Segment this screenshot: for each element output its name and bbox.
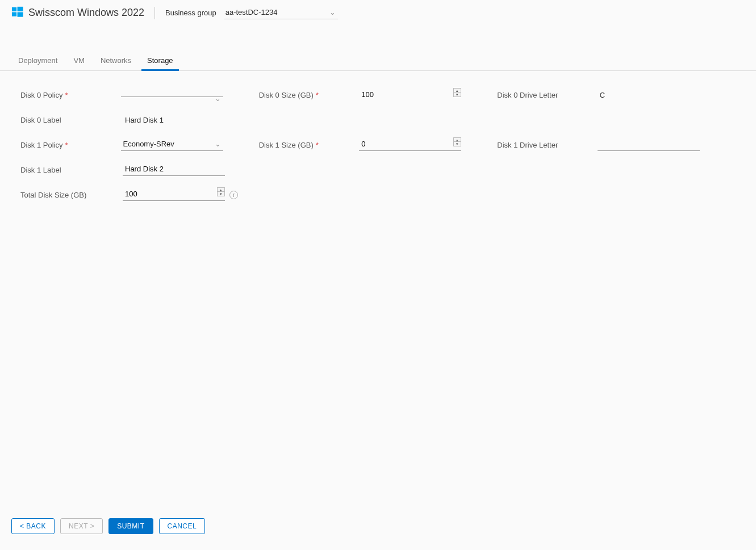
disk0-drive-letter-label: Disk 0 Drive Letter	[497, 91, 558, 99]
cancel-button[interactable]: CANCEL	[159, 518, 206, 534]
disk0-policy-select[interactable]: ⌄	[121, 93, 223, 97]
tab-vm[interactable]: VM	[65, 51, 93, 70]
disk1-policy-label: Disk 1 Policy	[20, 141, 62, 149]
disk1-size-label: Disk 1 Size (GB)	[259, 141, 314, 149]
svg-rect-3	[18, 12, 23, 16]
disk1-size-stepper[interactable]: ▴▾	[359, 138, 461, 151]
info-icon[interactable]: i	[229, 191, 238, 199]
disk1-size-input[interactable]	[359, 138, 461, 150]
divider	[154, 7, 155, 19]
required-marker: *	[316, 141, 319, 149]
disk1-policy-select[interactable]: Economy-SRev ⌄	[121, 138, 223, 151]
total-disk-size-stepper[interactable]: ▴▾	[123, 188, 225, 201]
disk0-size-label: Disk 0 Size (GB)	[259, 91, 314, 99]
required-marker: *	[316, 91, 319, 99]
business-group-select[interactable]: aa-testDC-1234 ⌄	[224, 7, 338, 19]
disk0-drive-letter-value: C	[598, 91, 605, 99]
spinner-down-icon[interactable]: ▾	[218, 192, 224, 196]
next-button[interactable]: NEXT >	[60, 518, 103, 534]
svg-rect-2	[12, 12, 16, 16]
tab-deployment[interactable]: Deployment	[10, 51, 65, 70]
disk1-drive-letter-label: Disk 1 Drive Letter	[497, 141, 558, 149]
tab-storage[interactable]: Storage	[139, 51, 181, 70]
spinner-icon[interactable]: ▴▾	[453, 137, 461, 146]
total-disk-size-input[interactable]	[123, 188, 225, 200]
disk1-policy-value: Economy-SRev	[121, 138, 223, 151]
storage-form: Disk 0 Policy* ⌄ Disk 0 Size (GB)* ▴▾ Di…	[0, 71, 756, 219]
chevron-down-icon: ⌄	[329, 8, 336, 16]
required-marker: *	[65, 91, 68, 99]
disk0-label-label: Disk 0 Label	[20, 116, 61, 124]
spinner-up-icon[interactable]: ▴	[454, 138, 461, 142]
windows-icon	[11, 6, 28, 20]
required-marker: *	[65, 141, 68, 149]
spinner-down-icon[interactable]: ▾	[454, 142, 461, 146]
business-group-label: Business group	[165, 9, 216, 17]
spinner-icon[interactable]: ▴▾	[453, 88, 461, 97]
disk0-size-input[interactable]	[359, 89, 461, 101]
disk0-label-value: Hard Disk 1	[123, 116, 164, 124]
spinner-down-icon[interactable]: ▾	[454, 93, 461, 96]
disk0-policy-label: Disk 0 Policy	[20, 91, 62, 99]
svg-rect-0	[12, 7, 16, 11]
spinner-icon[interactable]: ▴▾	[217, 187, 225, 196]
spinner-up-icon[interactable]: ▴	[454, 89, 461, 93]
tab-bar: Deployment VM Networks Storage	[0, 51, 756, 71]
total-disk-size-label: Total Disk Size (GB)	[20, 191, 86, 199]
wizard-footer: < BACK NEXT > SUBMIT CANCEL	[11, 518, 205, 534]
page-header: Swisscom Windows 2022 Business group aa-…	[0, 0, 756, 28]
back-button[interactable]: < BACK	[11, 518, 55, 534]
disk1-label-label: Disk 1 Label	[20, 166, 61, 174]
submit-button[interactable]: SUBMIT	[108, 518, 153, 534]
disk1-drive-letter-input[interactable]	[598, 138, 700, 150]
business-group-value: aa-testDC-1234	[224, 7, 338, 19]
disk1-label-input[interactable]	[123, 163, 225, 175]
spinner-up-icon[interactable]: ▴	[218, 188, 224, 192]
svg-rect-1	[18, 7, 23, 11]
disk0-size-stepper[interactable]: ▴▾	[359, 89, 461, 101]
page-title: Swisscom Windows 2022	[28, 7, 144, 19]
tab-networks[interactable]: Networks	[93, 51, 139, 70]
disk0-policy-value	[121, 93, 223, 97]
